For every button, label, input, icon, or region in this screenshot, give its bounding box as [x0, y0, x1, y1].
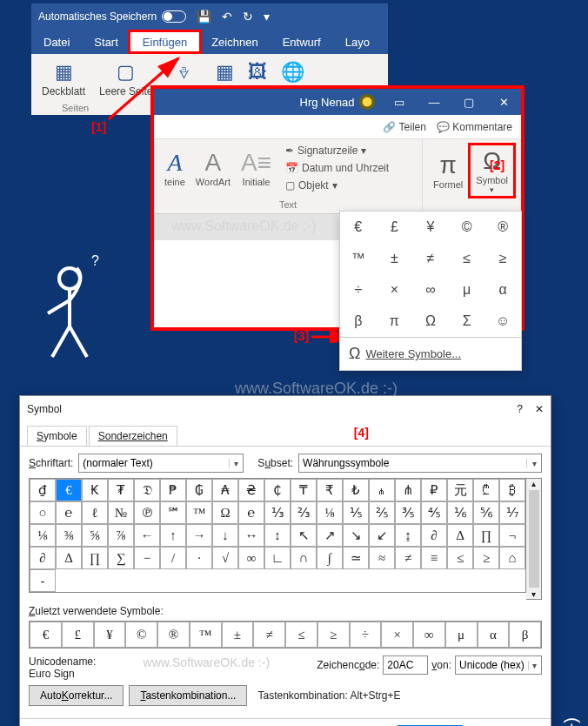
tab-layout[interactable]: Layo [333, 30, 382, 54]
cover-page-button[interactable]: ▦Deckblatt [38, 59, 89, 99]
char-cell[interactable]: ≈ [369, 547, 395, 569]
symbol-cell[interactable]: ÷ [340, 274, 377, 306]
symbol-cell[interactable]: ☺ [484, 306, 521, 337]
save-icon[interactable]: 💾 [197, 10, 211, 24]
char-cell[interactable]: ™ [186, 501, 212, 524]
char-cell[interactable]: ℠ [160, 501, 186, 524]
char-cell[interactable]: ∂ [421, 524, 447, 547]
subset-combo[interactable]: ▾ [298, 454, 542, 473]
char-cell[interactable]: ℓ [82, 501, 108, 524]
char-cell[interactable]: ℮ [56, 501, 82, 524]
char-cell[interactable]: ⅐ [499, 501, 525, 524]
char-cell[interactable]: ↖ [291, 524, 317, 547]
char-cell[interactable]: ∂ [30, 547, 56, 569]
char-cell[interactable]: ≡ [421, 547, 447, 569]
tab-datei[interactable]: Datei [31, 30, 82, 54]
char-cell[interactable]: ↘ [343, 524, 369, 547]
shortcut-button[interactable]: Tastenkombination... [129, 685, 247, 706]
symbol-cell[interactable]: ≤ [449, 243, 485, 274]
char-cell[interactable]: ↓ [212, 524, 238, 547]
tab-start[interactable]: Start [82, 30, 130, 54]
char-cell[interactable]: ₵ [264, 479, 291, 501]
tab-symbole[interactable]: Symbole [27, 426, 87, 446]
char-cell[interactable]: ⅓ [264, 501, 291, 524]
symbol-cell[interactable]: © [449, 212, 485, 243]
symbol-cell[interactable]: £ [377, 212, 413, 243]
char-cell[interactable]: ∏ [473, 524, 499, 547]
recent-char-cell[interactable]: € [30, 622, 62, 648]
scroll-up-icon[interactable]: ▴ [531, 479, 536, 488]
char-cell[interactable]: ₾ [473, 479, 499, 501]
textbox-button[interactable]: Ateine [159, 147, 190, 189]
subset-input[interactable] [299, 457, 526, 469]
ribbon-display-icon[interactable]: ▭ [382, 89, 417, 115]
char-cell[interactable]: ⅝ [82, 524, 108, 547]
char-cell[interactable]: ₮ [108, 479, 134, 501]
char-cell[interactable]: ¬ [499, 524, 525, 547]
char-cell[interactable]: ₿ [499, 479, 525, 501]
recent-char-cell[interactable]: ∞ [413, 622, 445, 648]
recent-char-cell[interactable]: ≥ [317, 622, 350, 648]
recent-char-cell[interactable]: ® [157, 622, 190, 648]
symbol-cell[interactable]: α [484, 274, 521, 306]
undo-icon[interactable]: ↶ [222, 10, 232, 24]
symbol-cell[interactable]: β [340, 306, 377, 337]
close-button[interactable]: ✕ [535, 403, 544, 415]
char-cell[interactable]: ₸ [291, 479, 317, 501]
char-cell[interactable]: ⋔ [395, 479, 421, 501]
tab-zeichnen[interactable]: Zeichnen [199, 30, 270, 54]
char-cell[interactable]: ₳ [212, 479, 238, 501]
chevron-down-icon[interactable]: ▾ [526, 459, 541, 468]
char-cell[interactable]: ₺ [343, 479, 369, 501]
char-cell[interactable]: − [134, 547, 160, 569]
minimize-button[interactable]: — [417, 89, 451, 115]
char-cell[interactable]: ℮ [238, 501, 264, 524]
char-cell[interactable]: ∆ [447, 524, 473, 547]
char-cell[interactable]: ⅛ [30, 524, 56, 547]
object-button[interactable]: ▢ Objekt ▾ [282, 178, 392, 193]
qat-more-icon[interactable]: ▾ [264, 10, 270, 24]
symbol-cell[interactable]: Ω [412, 306, 449, 337]
comments-button[interactable]: 💬 Kommentare [437, 121, 512, 133]
char-cell[interactable]: ⅔ [291, 501, 317, 524]
char-cell[interactable]: Ω [212, 501, 238, 524]
char-cell[interactable]: ≤ [447, 547, 473, 569]
char-cell[interactable]: ↨ [395, 524, 421, 547]
char-cell[interactable]: ↙ [369, 524, 395, 547]
char-cell[interactable]: ≠ [395, 547, 421, 569]
redo-icon[interactable]: ↻ [243, 10, 253, 24]
recent-char-cell[interactable]: α [478, 622, 510, 648]
char-cell[interactable]: ○ [30, 501, 56, 524]
chevron-down-icon[interactable]: ▾ [229, 459, 243, 468]
char-cell[interactable]: ↗ [317, 524, 343, 547]
tab-sonderzeichen[interactable]: Sonderzeichen [89, 426, 177, 446]
char-cell[interactable]: 𝔇 [134, 479, 160, 501]
autosave-toggle[interactable]: Automatisches Speichern [38, 10, 186, 23]
symbol-cell[interactable]: π [377, 306, 413, 337]
char-cell[interactable]: ⅙ [447, 501, 473, 524]
char-cell[interactable]: ≥ [473, 547, 499, 569]
scrollbar[interactable]: ▴▾ [526, 478, 542, 600]
recent-char-cell[interactable]: ≤ [285, 622, 317, 648]
scroll-down-icon[interactable]: ▾ [531, 589, 536, 599]
recent-char-cell[interactable]: ™ [190, 622, 222, 648]
char-cell[interactable]: ₲ [186, 479, 212, 501]
char-cell[interactable]: ∑ [108, 547, 134, 569]
recent-char-cell[interactable]: ≠ [253, 622, 285, 648]
close-button[interactable]: ✕ [486, 89, 521, 115]
char-cell[interactable]: ⅖ [369, 501, 395, 524]
char-cell[interactable]: √ [212, 547, 238, 569]
help-button[interactable]: ? [517, 403, 523, 415]
more-symbols-button[interactable]: ΩWeitere Symbole... [340, 337, 521, 370]
char-cell[interactable]: ↕ [264, 524, 291, 547]
symbol-cell[interactable]: ® [484, 212, 521, 243]
char-cell[interactable]: ≃ [343, 547, 369, 569]
chevron-down-icon[interactable]: ▾ [528, 661, 541, 670]
symbol-cell[interactable]: ¥ [412, 212, 449, 243]
char-cell[interactable]: ₽ [421, 479, 447, 501]
signature-button[interactable]: ✒ Signaturzeile ▾ [282, 143, 392, 158]
symbol-cell[interactable]: ± [377, 243, 413, 274]
char-cell[interactable]: ↑ [160, 524, 186, 547]
autocorrect-button[interactable]: AutoKorrektur... [29, 685, 124, 706]
char-cell[interactable]: ℗ [134, 501, 160, 524]
